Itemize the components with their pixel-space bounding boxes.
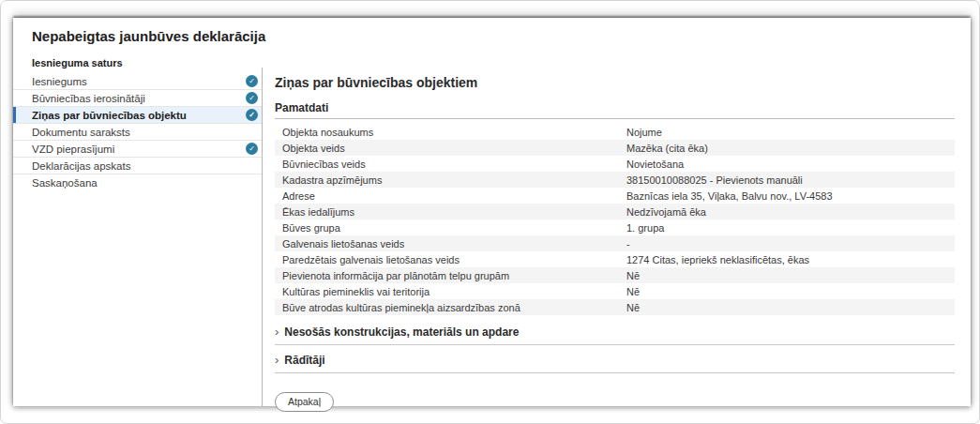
- sidebar-nav-item[interactable]: Deklarācijas apskats: [13, 158, 262, 174]
- sidebar: Iesniegums ✓ Būvniecības ierosinātāji ✓ …: [13, 68, 262, 406]
- collapsible-section-header[interactable]: › Rādītāji: [275, 354, 955, 373]
- chevron-right-icon: ›: [275, 354, 279, 367]
- sidebar-item-label: Deklarācijas apskats: [32, 160, 258, 172]
- declaration-card: Nepabeigtas jaunbūves deklarācija Iesnie…: [13, 18, 971, 406]
- field-row: Adrese Baznīcas iela 35, Viļaka, Balvu n…: [275, 188, 955, 204]
- field-row: Kultūras piemineklis vai teritorija Nē: [275, 283, 955, 299]
- field-value: Nedzīvojamā ēka: [626, 206, 955, 218]
- field-row: Ēkas iedalījums Nedzīvojamā ēka: [275, 204, 955, 220]
- sidebar-item-label: Iesniegums: [32, 76, 246, 87]
- sidebar-nav-item[interactable]: Ziņas par būvniecības objektu ✓: [13, 107, 262, 124]
- field-row: Kadastra apzīmējums 38150010088025 - Pie…: [275, 172, 955, 188]
- field-label: Būves grupa: [275, 222, 626, 234]
- collapsible-section-label: Rādītāji: [284, 354, 324, 367]
- field-label: Galvenais lietošanas veids: [275, 238, 626, 250]
- field-value: -: [626, 238, 955, 250]
- field-row: Objekta nosaukums Nojume: [275, 124, 955, 140]
- field-row: Paredzētais galvenais lietošanas veids 1…: [275, 251, 955, 267]
- field-value: Novietošana: [626, 159, 955, 170]
- sidebar-nav-item[interactable]: VZD pieprasījumi ✓: [13, 141, 262, 158]
- field-value: 38150010088025 - Pievienots manuāli: [626, 174, 955, 186]
- field-label: Objekta veids: [275, 143, 626, 154]
- sidebar-item-label: VZD pieprasījumi: [32, 144, 246, 155]
- sidebar-item-label: Būvniecības ierosinātāji: [32, 93, 246, 104]
- field-value: Nē: [626, 270, 955, 281]
- check-circle-icon: ✓: [246, 75, 258, 87]
- fields-table: Objekta nosaukums Nojume Objekta veids M…: [275, 124, 955, 315]
- sidebar-nav-item[interactable]: Saskaņošana: [13, 174, 262, 190]
- field-label: Būve atrodas kultūras pieminekļa aizsard…: [275, 302, 626, 313]
- field-label: Pievienota informācija par plānotām telp…: [275, 270, 626, 281]
- field-row: Galvenais lietošanas veids -: [275, 235, 955, 251]
- field-value: Mazēka (cita ēka): [626, 143, 955, 154]
- field-value: Nē: [626, 286, 955, 297]
- field-row: Būve atrodas kultūras pieminekļa aizsard…: [275, 299, 955, 315]
- field-label: Ēkas iedalījums: [275, 206, 626, 218]
- sidebar-nav-item[interactable]: Dokumentu saraksts: [13, 124, 262, 141]
- sidebar-nav: Iesniegums ✓ Būvniecības ierosinātāji ✓ …: [13, 68, 262, 190]
- field-row: Būvniecības veids Novietošana: [275, 156, 955, 172]
- field-label: Adrese: [275, 190, 626, 202]
- check-circle-icon: ✓: [246, 143, 258, 155]
- field-row: Objekta veids Mazēka (cita ēka): [275, 140, 955, 156]
- field-label: Kadastra apzīmējums: [275, 174, 626, 186]
- main-panel: Ziņas par būvniecības objektiem Pamatdat…: [262, 68, 971, 406]
- sidebar-item-label: Ziņas par būvniecības objektu: [32, 110, 246, 121]
- field-row: Pievienota informācija par plānotām telp…: [275, 267, 955, 283]
- content-row: Iesniegums ✓ Būvniecības ierosinātāji ✓ …: [13, 68, 971, 406]
- field-label: Kultūras piemineklis vai teritorija: [275, 286, 626, 297]
- field-label: Būvniecības veids: [275, 159, 626, 170]
- field-value: Nē: [626, 302, 955, 313]
- field-value: Baznīcas iela 35, Viļaka, Balvu nov., LV…: [626, 190, 955, 202]
- sidebar-nav-item[interactable]: Iesniegums ✓: [13, 73, 262, 90]
- field-value: 1. grupa: [626, 222, 955, 234]
- page-title: Nepabeigtas jaunbūves deklarācija: [32, 29, 971, 44]
- field-label: Objekta nosaukums: [275, 127, 626, 138]
- check-circle-icon: ✓: [246, 92, 258, 104]
- field-value: 1274 Citas, iepriekš neklasificētas, ēka…: [626, 254, 955, 265]
- sidebar-item-label: Dokumentu saraksts: [32, 127, 258, 138]
- sidebar-item-label: Saskaņošana: [32, 177, 258, 189]
- check-circle-icon: ✓: [246, 109, 258, 121]
- collapsible-section-header[interactable]: › Nesošās konstrukcijas, materiāls un ap…: [275, 326, 955, 345]
- chevron-right-icon: ›: [275, 326, 279, 339]
- main-panel-title: Ziņas par būvniecības objektiem: [275, 75, 955, 90]
- section-title-pamatdati: Pamatdati: [275, 102, 955, 119]
- field-row: Būves grupa 1. grupa: [275, 220, 955, 235]
- collapsible-section-label: Nesošās konstrukcijas, materiāls un apda…: [284, 326, 519, 339]
- back-button[interactable]: Atpakaļ: [275, 392, 334, 412]
- field-label: Paredzētais galvenais lietošanas veids: [275, 254, 626, 265]
- field-value: Nojume: [626, 127, 955, 138]
- sidebar-nav-item[interactable]: Būvniecības ierosinātāji ✓: [13, 90, 262, 107]
- collapsible-sections: › Nesošās konstrukcijas, materiāls un ap…: [275, 326, 955, 373]
